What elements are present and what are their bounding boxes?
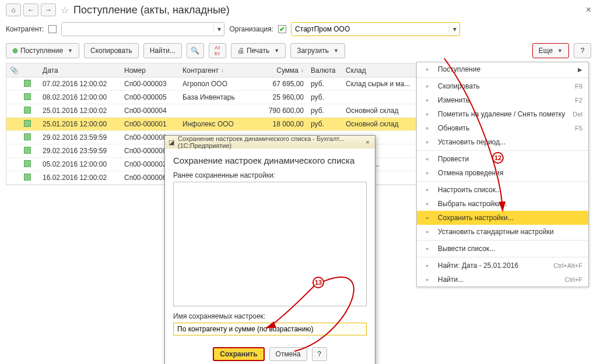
menu-item[interactable]: ▫Сохранить настройки... <box>417 211 588 225</box>
counterparty-input[interactable] <box>62 23 213 36</box>
cell-counterparty: Инфолекс ООО <box>179 120 255 128</box>
cancel-button[interactable]: Отмена <box>269 347 307 361</box>
dialog-window-title: Сохранение настроек динамического списка… <box>178 135 360 149</box>
menu-icon: ▫ <box>423 200 432 208</box>
document-icon <box>24 80 31 87</box>
cell-number: Сп00-000001 <box>121 120 179 128</box>
attach-column[interactable]: 📎 <box>6 66 20 75</box>
menu-icon: ▫ <box>423 228 432 236</box>
previous-settings-list[interactable] <box>173 182 367 306</box>
menu-item[interactable]: ▫Вывести список... <box>417 242 588 256</box>
menu-item[interactable]: ▫Отмена проведения <box>417 166 588 180</box>
annotation-badge-12: 12 <box>492 152 504 164</box>
cell-counterparty: База Инвентарь <box>179 93 255 101</box>
counterparty-checkbox[interactable] <box>48 25 57 33</box>
forward-button[interactable]: → <box>41 3 56 16</box>
document-icon <box>24 160 31 167</box>
dt-kt-button[interactable]: АтКт <box>209 43 226 58</box>
org-checkbox[interactable]: ✔ <box>278 25 286 33</box>
menu-icon: ▫ <box>423 186 432 194</box>
org-input[interactable] <box>292 23 449 36</box>
find-button[interactable]: Найти... <box>143 43 182 58</box>
menu-item[interactable]: ▫Пометить на удаление / Снять пометкуDel <box>417 107 588 121</box>
menu-icon: ▫ <box>423 124 432 132</box>
cell-date: 25.01.2016 12:00:00 <box>39 120 121 128</box>
menu-icon: ▫ <box>423 110 432 118</box>
dialog-titlebar[interactable]: ◪ Сохранение настроек динамического спис… <box>165 136 375 149</box>
menu-item[interactable]: ▫СкопироватьF9 <box>417 79 588 93</box>
settings-name-input[interactable] <box>173 323 367 335</box>
cell-date: 16.02.2016 12:00:02 <box>39 174 121 182</box>
load-button[interactable]: Загрузить▼ <box>290 43 345 58</box>
home-button[interactable]: ⌂ <box>6 3 21 16</box>
save-button[interactable]: Сохранить <box>213 347 264 361</box>
dialog-help-button[interactable]: ? <box>312 347 327 361</box>
chevron-down-icon[interactable]: ▾ <box>213 25 224 33</box>
date-column[interactable]: Дата <box>39 66 121 75</box>
cell-number: Сп00-000003 <box>121 80 179 88</box>
menu-item[interactable]: ▫ОбновитьF5 <box>417 121 588 135</box>
page-title: Поступление (акты, накладные) <box>73 4 230 16</box>
number-column[interactable]: Номер <box>121 66 179 75</box>
shortcut: Del <box>573 111 582 118</box>
shortcut: Ctrl+F <box>565 276 582 283</box>
menu-item[interactable]: ▫Поступление▶ <box>417 62 588 76</box>
chevron-right-icon: ▶ <box>578 66 582 73</box>
close-icon[interactable]: × <box>586 5 591 15</box>
menu-icon: ▫ <box>423 275 432 284</box>
menu-icon: ▫ <box>423 155 432 163</box>
sum-column[interactable]: Сумма ↓ <box>255 66 307 75</box>
favorite-icon[interactable]: ☆ <box>61 5 69 16</box>
menu-item[interactable]: ▫Установить стандартные настройки <box>417 225 588 239</box>
back-button[interactable]: ← <box>23 3 38 16</box>
save-settings-dialog: ◪ Сохранение настроек динамического спис… <box>164 135 375 364</box>
menu-icon: ▫ <box>423 261 432 270</box>
org-combo[interactable]: ▾ <box>291 22 460 36</box>
copy-button[interactable]: Скопировать <box>84 43 139 58</box>
menu-item[interactable]: ▫Настроить список... <box>417 183 588 197</box>
cell-counterparty: Агропол ООО <box>179 80 255 88</box>
settings-name-label: Имя сохраняемых настроек: <box>173 312 367 320</box>
document-icon <box>24 107 31 114</box>
shortcut: F9 <box>575 83 582 90</box>
currency-column[interactable]: Валюта <box>307 66 342 75</box>
chevron-down-icon[interactable]: ▾ <box>449 25 459 33</box>
menu-icon: ▫ <box>423 214 432 222</box>
more-button[interactable]: Еще▼ <box>532 43 569 58</box>
annotation-badge-13: 13 <box>312 277 324 288</box>
shortcut: Ctrl+Alt+F <box>553 262 582 269</box>
cell-date: 25.01.2016 12:00:02 <box>39 107 121 115</box>
cell-date: 07.02.2016 12:00:02 <box>39 80 121 88</box>
cell-date: 29.02.2016 23:59:59 <box>39 133 121 142</box>
new-receipt-button[interactable]: ⊕Поступление▼ <box>6 43 79 58</box>
cell-currency: руб. <box>307 80 342 88</box>
cell-currency: руб. <box>307 107 342 115</box>
cell-sum: 25 960,00 <box>255 93 307 101</box>
document-icon <box>24 147 31 154</box>
cell-date: 29.02.2016 23:59:59 <box>39 147 121 155</box>
menu-icon: ▫ <box>423 65 432 73</box>
menu-item[interactable]: ▫ИзменитьF2 <box>417 93 588 107</box>
menu-item[interactable]: ▫Найти: Дата - 25.01.2016Ctrl+Alt+F <box>417 259 588 273</box>
menu-item[interactable]: ▫Найти...Ctrl+F <box>417 273 588 287</box>
document-icon <box>24 133 31 140</box>
counterparty-label: Контрагент: <box>6 25 44 33</box>
clear-filter-button[interactable]: 🔍 <box>187 43 204 58</box>
menu-icon: ▫ <box>423 138 432 146</box>
dialog-title: Сохранение настроек динамического списка <box>173 156 367 165</box>
menu-icon: ▫ <box>423 169 432 177</box>
dialog-close-icon[interactable]: × <box>364 139 371 146</box>
document-icon <box>24 120 31 127</box>
menu-item[interactable]: ▫Выбрать настройки... <box>417 197 588 211</box>
more-menu: ▫Поступление▶▫СкопироватьF9▫ИзменитьF2▫П… <box>416 62 589 287</box>
print-button[interactable]: 🖨 Печать▼ <box>231 43 286 58</box>
cell-sum: 18 000,00 <box>255 120 307 128</box>
app-icon: ◪ <box>168 139 174 146</box>
shortcut: F2 <box>575 97 582 104</box>
menu-icon: ▫ <box>423 96 432 104</box>
counterparty-column[interactable]: Контрагент ↓ <box>179 66 255 75</box>
menu-item[interactable]: ▫Установить период... <box>417 135 588 149</box>
menu-icon: ▫ <box>423 245 432 253</box>
counterparty-combo[interactable]: ▾ <box>61 22 224 36</box>
help-button[interactable]: ? <box>574 43 591 58</box>
